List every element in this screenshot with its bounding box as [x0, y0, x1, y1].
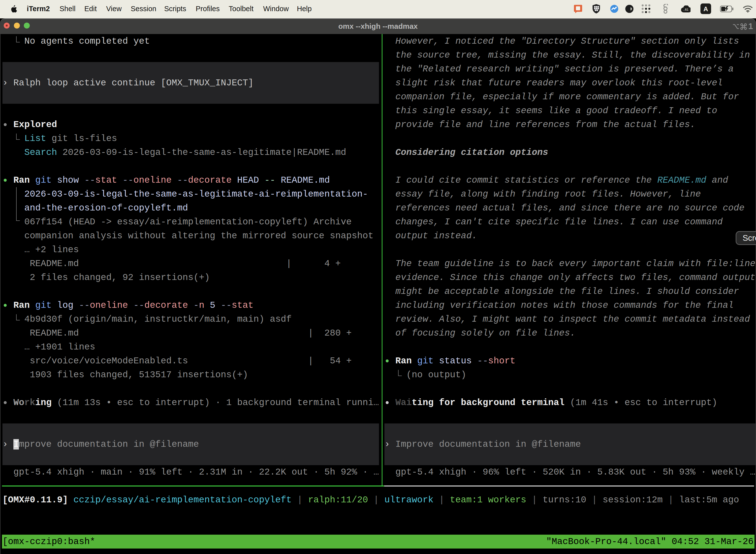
svg-text:..61: ..61	[683, 8, 689, 11]
svg-text:A: A	[703, 5, 708, 13]
